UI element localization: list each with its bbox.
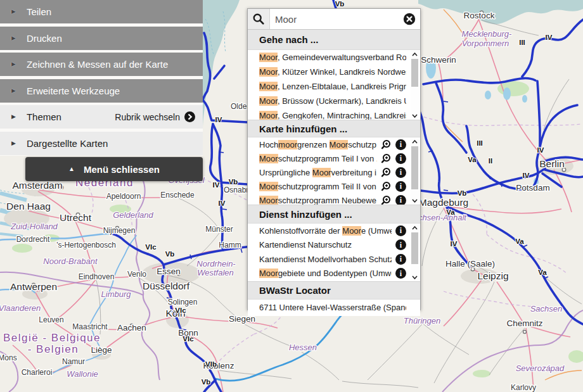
layer-info-icon[interactable]: i bbox=[395, 139, 406, 150]
map-application: AmsterdamNederlandDen HaagUtrechtApeldoo… bbox=[0, 0, 583, 392]
map-label: Eindhoven bbox=[79, 272, 115, 281]
zoom-to-layer-icon[interactable] bbox=[381, 167, 392, 178]
map-label: Vb bbox=[335, 0, 345, 8]
map-results-list: Hochmoorgrenzen Moorschutzp... i Moorsch… bbox=[248, 137, 420, 205]
map-label: Den Haag bbox=[6, 201, 51, 212]
map-label: III bbox=[477, 139, 483, 147]
goto-result[interactable]: Moor, Brüssow (Uckermark), Landkreis Uc.… bbox=[248, 94, 420, 108]
scroll-up-icon[interactable] bbox=[411, 138, 419, 145]
chevron-circle-icon[interactable] bbox=[184, 111, 195, 122]
service-result[interactable]: Kohlenstoffvorräte der Moore (Umwelt... … bbox=[248, 224, 420, 238]
sidebar-item-teilen[interactable]: ▶ Teilen bbox=[0, 0, 203, 23]
scroll-up-icon[interactable] bbox=[411, 224, 419, 231]
goto-result[interactable]: Moor, Klützer Winkel, Landkreis Nordwest… bbox=[248, 65, 420, 79]
result-text: Kohlenstoffvorräte der Moore (Umwelt... bbox=[259, 226, 392, 236]
menu-item-label: Drucken bbox=[27, 33, 62, 44]
map-label: Vorpommern bbox=[462, 39, 509, 48]
map-label: Sachsen bbox=[530, 304, 563, 313]
close-menu-button[interactable]: ▲ Menü schliessen bbox=[25, 157, 203, 181]
sidebar-item-dargestellte-karten[interactable]: ▶ Dargestellte Karten bbox=[0, 132, 203, 155]
sidebar-item-drucken[interactable]: ▶ Drucken bbox=[0, 27, 203, 50]
service-result[interactable]: Moorgebiete und Bodentypen (Umwelta... i bbox=[248, 267, 420, 281]
zoom-to-layer-icon[interactable] bbox=[381, 153, 392, 164]
map-label: VIc bbox=[145, 243, 157, 251]
result-text: 6711 Untere Havel-Wasserstraße (Spandau … bbox=[259, 303, 406, 312]
layer-info-icon[interactable]: i bbox=[395, 167, 406, 178]
map-label: Nordrhein- bbox=[196, 259, 236, 269]
result-text: Moor, Lenzen-Elbtalaue, Landkreis Prigni… bbox=[259, 82, 406, 91]
service-info-icon[interactable]: i bbox=[395, 239, 406, 250]
layer-info-icon[interactable]: i bbox=[395, 153, 406, 164]
layer-info-icon[interactable]: i bbox=[395, 195, 406, 205]
map-label: Limburg bbox=[101, 289, 132, 299]
scrollbar-thumb[interactable] bbox=[411, 232, 418, 264]
zoom-to-layer-icon[interactable] bbox=[381, 181, 392, 192]
service-info-icon[interactable]: i bbox=[395, 268, 406, 279]
map-label: Wallonie bbox=[67, 369, 98, 379]
map-layer-result[interactable]: Moorschutzprogramm Neubewe... i bbox=[248, 193, 420, 205]
search-panel: Gehe nach ... Moor, Gemeindeverwaltungsv… bbox=[247, 8, 421, 310]
goto-result[interactable]: Moor, Gengkofen, Mintraching, Landkreis … bbox=[248, 108, 420, 120]
main-menu: ▶ Teilen ▶ Drucken ▶ Zeichnen & Messen a… bbox=[0, 0, 203, 156]
search-input[interactable] bbox=[270, 9, 403, 29]
scrollbar[interactable] bbox=[411, 224, 419, 281]
service-result[interactable]: Kartendienst Naturschutz i bbox=[248, 238, 420, 253]
zoom-to-layer-icon[interactable] bbox=[381, 195, 392, 205]
map-label: Essen bbox=[157, 267, 181, 276]
map-label: IV bbox=[546, 34, 553, 41]
scrollbar-thumb[interactable] bbox=[411, 59, 418, 87]
scroll-down-icon[interactable] bbox=[411, 197, 419, 204]
scrollbar-thumb[interactable] bbox=[411, 146, 418, 189]
chevron-right-icon: ▶ bbox=[11, 61, 16, 67]
service-info-icon[interactable]: i bbox=[395, 254, 406, 265]
map-label: IV bbox=[523, 172, 530, 179]
bwastr-result[interactable]: 6711 Untere Havel-Wasserstraße (Spandau … bbox=[248, 300, 420, 315]
result-text: Moorschutzprogramm Neubewe... bbox=[259, 196, 377, 205]
map-label: Schwerin bbox=[421, 55, 456, 65]
service-info-icon[interactable]: i bbox=[395, 225, 406, 236]
result-text: Kartendienst Modellvorhaben Schutzge... bbox=[259, 255, 392, 264]
map-label: Vlaanderen bbox=[0, 303, 41, 313]
map-layer-result[interactable]: Moorschutzprogramm Teil I von ... i bbox=[248, 151, 420, 165]
result-text: Moor, Klützer Winkel, Landkreis Nordwest… bbox=[259, 67, 406, 77]
chevron-right-icon: ▶ bbox=[11, 9, 16, 15]
map-label: IV bbox=[219, 199, 226, 207]
map-layer-result[interactable]: Hochmoorgrenzen Moorschutzp... i bbox=[248, 137, 420, 151]
service-results-list: Kohlenstoffvorräte der Moore (Umwelt... … bbox=[248, 224, 420, 281]
search-icon bbox=[252, 13, 265, 25]
goto-result[interactable]: Moor, Gemeindeverwaltungsverband Rot-T..… bbox=[248, 50, 420, 65]
map-label: Vb bbox=[202, 378, 211, 386]
map-label: Vb bbox=[229, 178, 238, 186]
map-label: Leipzig bbox=[477, 270, 508, 281]
layer-info-icon[interactable]: i bbox=[395, 181, 406, 192]
sidebar-item-erweiterte-werkzeuge[interactable]: ▶ Erweiterte Werkzeuge bbox=[0, 79, 203, 103]
section-header-dienst-hinzufuegen: Dienst hinzufügen ... bbox=[248, 205, 420, 224]
goto-results-list: Moor, Gemeindeverwaltungsverband Rot-T..… bbox=[248, 50, 420, 120]
scrollbar[interactable] bbox=[411, 51, 419, 119]
map-label: Leuven bbox=[39, 315, 63, 324]
goto-result[interactable]: Moor, Lenzen-Elbtalaue, Landkreis Prigni… bbox=[248, 79, 420, 94]
map-label: Charleroi bbox=[22, 368, 53, 377]
clear-search-icon[interactable] bbox=[403, 13, 416, 25]
map-label: Va bbox=[468, 156, 477, 163]
service-result[interactable]: Kartendienst Modellvorhaben Schutzge... … bbox=[248, 252, 420, 267]
map-label: Chemnitz bbox=[506, 319, 542, 328]
map-label: Apeldoorn bbox=[106, 192, 141, 201]
map-label: Magdeburg bbox=[419, 197, 468, 208]
sidebar-item-zeichnen-messen[interactable]: ▶ Zeichnen & Messen auf der Karte bbox=[0, 53, 203, 76]
scroll-down-icon[interactable] bbox=[411, 112, 419, 119]
sidebar-item-themen[interactable]: ▶ Themen Rubrik wechseln bbox=[0, 105, 203, 129]
map-label: Westfalen bbox=[197, 268, 234, 277]
scroll-down-icon[interactable] bbox=[411, 274, 419, 281]
map-layer-result[interactable]: Moorschutzprogramm Teil II von ... i bbox=[248, 179, 420, 193]
map-label: België - Belgique bbox=[3, 332, 101, 344]
search-icon-cell bbox=[248, 9, 270, 29]
map-label: Halle (Saale) bbox=[445, 259, 495, 269]
scroll-up-icon[interactable] bbox=[411, 51, 419, 58]
rubrik-wechseln-link[interactable]: Rubrik wechseln bbox=[115, 112, 180, 122]
map-layer-result[interactable]: Ursprüngliche Moorverbreitung i... i bbox=[248, 165, 420, 179]
zoom-to-layer-icon[interactable] bbox=[381, 139, 392, 150]
scrollbar[interactable] bbox=[411, 138, 419, 204]
menu-item-label: Zeichnen & Messen auf der Karte bbox=[27, 59, 168, 70]
chevron-right-icon: ▶ bbox=[11, 35, 16, 41]
